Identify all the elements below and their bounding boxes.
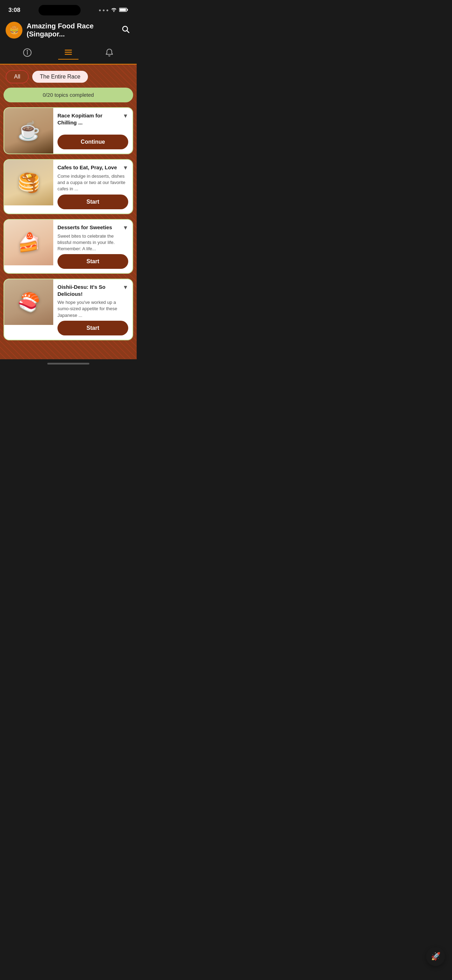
status-bar: 3:08 ● ● ● bbox=[0, 0, 137, 18]
card-oishii: 🍣 Oishii-Desu: It's So Delicious! ▼ We h… bbox=[3, 278, 133, 340]
card-desserts-image: 🍰 bbox=[4, 220, 53, 265]
tab-list[interactable] bbox=[58, 46, 78, 60]
tab-info[interactable] bbox=[17, 46, 38, 59]
chevron-down-icon: ▼ bbox=[123, 225, 128, 231]
card-cafes-desc: Come indulge in desserts, dishes and a c… bbox=[57, 173, 128, 192]
filter-entire-race[interactable]: The Entire Race bbox=[32, 71, 88, 83]
card-kopitiam-title: Race Kopitiam for Chilling ... bbox=[57, 112, 121, 126]
card-kopitiam-image: ☕ bbox=[4, 108, 53, 154]
app-logo: 🍔 bbox=[6, 22, 22, 38]
svg-rect-1 bbox=[127, 9, 128, 11]
svg-point-7 bbox=[27, 51, 28, 51]
card-oishii-header: Oishii-Desu: It's So Delicious! ▼ bbox=[57, 283, 128, 297]
card-desserts-desc: Sweet bites to celebrate the blissful mo… bbox=[57, 233, 128, 252]
card-desserts: 🍰 Desserts for Sweeties ▼ Sweet bites to… bbox=[3, 219, 133, 274]
card-kopitiam-header: Race Kopitiam for Chilling ... ▼ bbox=[57, 112, 128, 126]
chevron-down-icon: ▼ bbox=[123, 284, 128, 291]
card-cafes-body: Cafes to Eat, Pray, Love ▼ Come indulge … bbox=[53, 160, 132, 213]
card-oishii-body: Oishii-Desu: It's So Delicious! ▼ We hop… bbox=[53, 279, 132, 340]
filter-all[interactable]: All bbox=[6, 70, 29, 83]
card-desserts-header: Desserts for Sweeties ▼ bbox=[57, 224, 128, 231]
card-cafes-header: Cafes to Eat, Pray, Love ▼ bbox=[57, 164, 128, 171]
sushi-emoji: 🍣 bbox=[18, 292, 40, 313]
battery-icon bbox=[119, 7, 128, 13]
chevron-down-icon: ▼ bbox=[123, 165, 128, 171]
card-kopitiam-body: Race Kopitiam for Chilling ... ▼ Continu… bbox=[53, 108, 132, 154]
tab-notifications[interactable] bbox=[99, 46, 119, 59]
coffee-emoji: ☕ bbox=[18, 120, 40, 142]
kopitiam-continue-button[interactable]: Continue bbox=[57, 135, 128, 149]
nav-tabs bbox=[0, 43, 137, 65]
svg-line-4 bbox=[127, 31, 129, 33]
home-indicator bbox=[0, 359, 137, 368]
card-desserts-body: Desserts for Sweeties ▼ Sweet bites to c… bbox=[53, 220, 132, 274]
chevron-down-icon: ▼ bbox=[123, 113, 128, 119]
toolbar-title: Amazing Food Race (Singapor... bbox=[27, 22, 116, 38]
status-time: 3:08 bbox=[8, 7, 20, 14]
card-cafes: 🥞 Cafes to Eat, Pray, Love ▼ Come indulg… bbox=[3, 159, 133, 214]
signal-icon: ● ● ● bbox=[99, 8, 108, 13]
card-desserts-title: Desserts for Sweeties bbox=[57, 224, 121, 231]
logo-emoji: 🍔 bbox=[10, 25, 19, 35]
progress-container: 0/20 topics completed bbox=[3, 88, 133, 102]
dessert-emoji: 🍰 bbox=[18, 232, 40, 253]
cafes-start-button[interactable]: Start bbox=[57, 194, 128, 209]
desserts-start-button[interactable]: Start bbox=[57, 254, 128, 269]
search-button[interactable] bbox=[120, 24, 131, 37]
card-cafes-title: Cafes to Eat, Pray, Love bbox=[57, 164, 121, 171]
filter-row: All The Entire Race bbox=[0, 65, 137, 88]
card-cafes-image: 🥞 bbox=[4, 160, 53, 205]
card-oishii-desc: We hope you've worked up a sumo-sized ap… bbox=[57, 299, 128, 318]
pancake-emoji: 🥞 bbox=[18, 172, 40, 194]
card-kopitiam: ☕ Race Kopitiam for Chilling ... ▼ Conti… bbox=[3, 107, 133, 154]
oishii-start-button[interactable]: Start bbox=[57, 321, 128, 336]
status-icons: ● ● ● bbox=[99, 7, 128, 13]
wifi-icon bbox=[111, 7, 117, 13]
dynamic-island bbox=[38, 5, 81, 16]
card-oishii-image: 🍣 bbox=[4, 279, 53, 325]
progress-text: 0/20 topics completed bbox=[43, 92, 94, 98]
card-oishii-title: Oishii-Desu: It's So Delicious! bbox=[57, 283, 121, 297]
home-bar bbox=[47, 363, 89, 364]
main-content: All The Entire Race 0/20 topics complete… bbox=[0, 65, 137, 359]
svg-rect-2 bbox=[119, 8, 126, 11]
toolbar: 🍔 Amazing Food Race (Singapor... bbox=[0, 18, 137, 43]
